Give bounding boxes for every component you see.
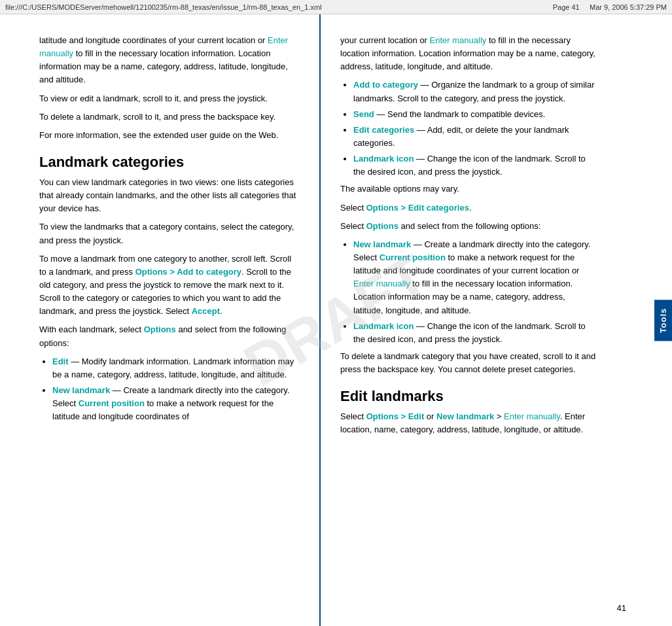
right-bullets-1: Add to category — Organize the landmark … (353, 78, 597, 179)
left-column: latitude and longitude coordinates of yo… (0, 14, 321, 626)
right-bullets-2: New landmark — Create a landmark directl… (353, 238, 597, 346)
send-link[interactable]: Send (353, 109, 374, 119)
current-position-link-right[interactable]: Current position (380, 252, 446, 262)
list-item: Add to category — Organize the landmark … (353, 78, 597, 105)
enter-manually-edit-link[interactable]: Enter manually (504, 411, 560, 421)
landmark-icon-link-2[interactable]: Landmark icon (353, 321, 414, 331)
options-edit-link[interactable]: Options > Edit (366, 411, 424, 421)
edit-link[interactable]: Edit (52, 356, 69, 366)
new-landmark-link-right[interactable]: New landmark (353, 239, 411, 249)
current-position-link-left[interactable]: Current position (79, 398, 145, 408)
right-column: your current location or Enter manually … (321, 14, 672, 626)
tools-side-tab: Tools (654, 300, 672, 341)
date-label: Mar 9, 2006 5:37:29 PM (590, 3, 667, 11)
edit-para: Select Options > Edit or New landmark > … (340, 410, 597, 436)
delete-cat-para: To delete a landmark category that you h… (340, 350, 597, 376)
new-landmark-edit-link[interactable]: New landmark (436, 411, 494, 421)
list-item: New landmark — Create a landmark directl… (353, 238, 597, 317)
landmark-categories-heading: Landmark categories (39, 154, 300, 171)
cat-para-1: You can view landmark categories in two … (39, 176, 300, 215)
intro-para: latitude and longitude coordinates of yo… (39, 34, 300, 87)
page-wrapper: DRAFT latitude and longitude coordinates… (0, 14, 672, 626)
delete-para: To delete a landmark, scroll to it, and … (39, 111, 300, 124)
available-options-para: The available options may vary. (340, 183, 597, 196)
add-to-category-link[interactable]: Add to category (353, 80, 418, 90)
accept-link[interactable]: Accept (192, 306, 220, 316)
file-path: file:///C:/USERS/MODEServer/mehowell/121… (5, 3, 322, 11)
right-intro-para: your current location or Enter manually … (340, 34, 597, 73)
browser-bar: file:///C:/USERS/MODEServer/mehowell/121… (0, 0, 672, 14)
page-label: Page 41 (553, 3, 580, 11)
options-link-left[interactable]: Options (144, 324, 176, 334)
list-item: Landmark icon — Change the icon of the l… (353, 152, 597, 179)
left-bullets: Edit — Modify landmark information. Land… (52, 355, 300, 424)
list-item: New landmark — Create a landmark directl… (52, 384, 300, 423)
new-landmark-link-left[interactable]: New landmark (52, 385, 110, 395)
cat-para-2: To view the landmarks that a category co… (39, 220, 300, 247)
options-add-to-category-link[interactable]: Options > Add to category (135, 267, 241, 277)
page-indicator: Page 41 Mar 9, 2006 5:37:29 PM (553, 3, 667, 11)
page-number: 41 (617, 603, 626, 613)
list-item: Edit categories — Add, edit, or delete t… (353, 124, 597, 150)
edit-categories-link[interactable]: Edit categories (353, 125, 414, 135)
select-options-para: Select Options and select from the follo… (340, 220, 597, 233)
with-each-para: With each landmark, select Options and s… (39, 323, 300, 349)
list-item: Edit — Modify landmark information. Land… (52, 355, 300, 381)
options-link-right[interactable]: Options (366, 221, 398, 231)
list-item: Landmark icon — Change the icon of the l… (353, 320, 597, 346)
select-options-edit-para: Select Options > Edit categories. (340, 201, 597, 215)
cat-para-3: To move a landmark from one category to … (39, 252, 300, 319)
landmark-icon-link-1[interactable]: Landmark icon (353, 154, 414, 164)
more-info-para: For more information, see the extended u… (39, 129, 300, 142)
enter-manually-link-right2[interactable]: Enter manually (353, 279, 410, 288)
right-col-content: your current location or Enter manually … (340, 34, 633, 437)
view-edit-para: To view or edit a landmark, scroll to it… (39, 92, 300, 105)
enter-manually-link-right[interactable]: Enter manually (430, 35, 487, 45)
edit-landmarks-heading: Edit landmarks (340, 388, 597, 405)
options-edit-categories-link[interactable]: Options > Edit categories (366, 203, 469, 213)
list-item: Send — Send the landmark to compatible d… (353, 108, 597, 121)
